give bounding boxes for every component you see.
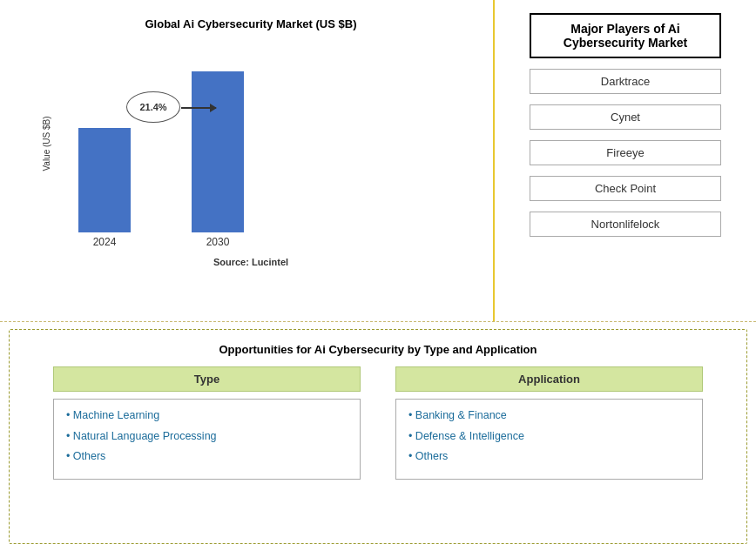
cagr-bubble: 21.4% (126, 91, 180, 123)
app-item-2: Defense & Intelligence (408, 429, 690, 445)
chart-inner: 2024 2030 21.4% (44, 74, 484, 248)
players-title-line1: Major Players of Ai (570, 22, 680, 36)
players-title-box: Major Players of Ai Cybersecurity Market (530, 13, 721, 58)
type-header: Type (53, 366, 361, 392)
type-item-3: Others (66, 449, 348, 465)
top-section: Global Ai Cybersecurity Market (US $B) V… (0, 0, 756, 322)
players-area: Major Players of Ai Cybersecurity Market… (495, 0, 756, 321)
bar-2030 (192, 71, 244, 232)
bar-2024 (78, 128, 131, 232)
chart-area: Global Ai Cybersecurity Market (US $B) V… (0, 0, 495, 321)
opportunities-content: Type Machine Learning Natural Language P… (27, 366, 729, 480)
chart-title: Global Ai Cybersecurity Market (US $B) (145, 17, 357, 30)
bar-group-2030: 2030 (192, 71, 244, 248)
players-title-line2: Cybersecurity Market (564, 36, 687, 50)
application-list-box: Banking & Finance Defense & Intelligence… (395, 399, 703, 480)
type-item-1: Machine Learning (66, 408, 348, 424)
player-cynet: Cynet (530, 104, 721, 130)
opportunities-title: Opportunities for Ai Cybersecurity by Ty… (27, 343, 729, 356)
type-column: Type Machine Learning Natural Language P… (53, 366, 361, 480)
application-header: Application (395, 366, 703, 392)
cagr-arrow (181, 107, 216, 109)
type-item-2: Natural Language Processing (66, 429, 348, 445)
bar-group-2024: 2024 (78, 128, 131, 248)
player-darktrace: Darktrace (530, 69, 721, 94)
application-column: Application Banking & Finance Defense & … (395, 366, 703, 480)
bar-label-2024: 2024 (93, 236, 117, 248)
cagr-label: 21.4% (139, 102, 166, 112)
type-list-box: Machine Learning Natural Language Proces… (53, 399, 361, 480)
arrow-head (210, 104, 217, 112)
main-container: Global Ai Cybersecurity Market (US $B) V… (0, 0, 756, 551)
bar-label-2030: 2030 (206, 236, 230, 248)
app-item-1: Banking & Finance (408, 408, 690, 424)
chart-wrapper: Value (US $B) 2024 2030 21.4 (17, 39, 484, 248)
player-fireeye: Fireeye (530, 140, 721, 165)
app-item-3: Others (408, 449, 690, 465)
player-nortonlifelock: Nortonlifelock (530, 212, 721, 237)
source-text: Source: Lucintel (213, 257, 288, 267)
player-checkpoint: Check Point (530, 176, 721, 201)
bottom-section: Opportunities for Ai Cybersecurity by Ty… (9, 329, 747, 544)
